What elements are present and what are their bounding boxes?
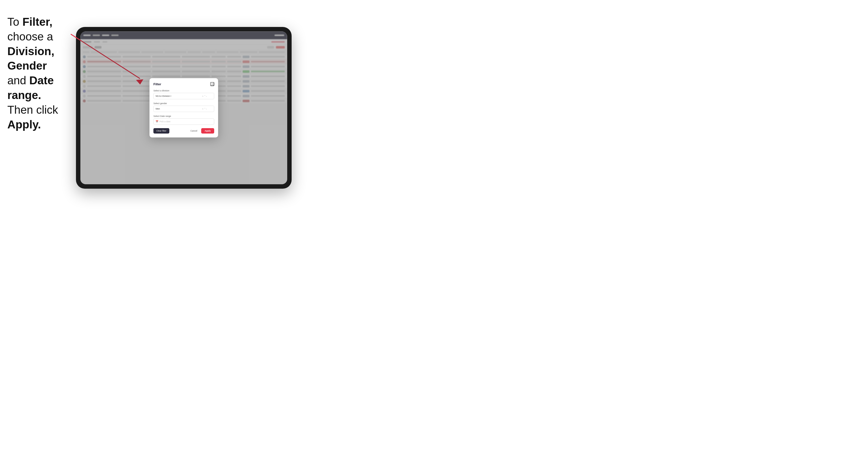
instruction-bold2: Division, Gender bbox=[7, 45, 54, 72]
modal-overlay: Filter × Select a division NCAA Division… bbox=[81, 31, 287, 184]
division-select[interactable]: NCAA Division I × ⌃⌄ bbox=[153, 93, 214, 99]
division-form-group: Select a division NCAA Division I × ⌃⌄ bbox=[153, 89, 214, 99]
gender-value: Men bbox=[156, 107, 160, 110]
instruction-line4: Then click Apply. bbox=[7, 103, 58, 131]
date-placeholder: Pick a date bbox=[159, 120, 170, 123]
division-label: Select a division bbox=[153, 89, 214, 92]
calendar-icon: 📅 bbox=[156, 120, 158, 123]
filter-modal: Filter × Select a division NCAA Division… bbox=[150, 78, 218, 137]
gender-label: Select gender bbox=[153, 102, 214, 105]
date-range-input[interactable]: 📅 Pick a date bbox=[153, 118, 214, 125]
division-select-wrapper: NCAA Division I × ⌃⌄ bbox=[153, 93, 214, 99]
tablet-frame: Filter × Select a division NCAA Division… bbox=[76, 27, 291, 189]
gender-clear-icon[interactable]: × bbox=[202, 108, 204, 110]
modal-close-button[interactable]: × bbox=[210, 82, 214, 86]
gender-select-wrapper: Men × ⌃⌄ bbox=[153, 105, 214, 112]
division-value: NCAA Division I bbox=[156, 95, 171, 97]
instruction-line1: To Filter, choose a bbox=[7, 15, 53, 43]
instruction-line3: and Date range. bbox=[7, 74, 54, 101]
footer-right-buttons: Cancel Apply bbox=[188, 128, 214, 133]
modal-title: Filter bbox=[153, 82, 161, 86]
modal-header: Filter × bbox=[153, 82, 214, 86]
gender-select-icons: × ⌃⌄ bbox=[202, 108, 207, 110]
division-clear-icon[interactable]: × bbox=[202, 95, 204, 97]
tablet-screen: Filter × Select a division NCAA Division… bbox=[81, 31, 287, 184]
division-arrow-icon[interactable]: ⌃⌄ bbox=[204, 95, 207, 97]
division-select-icons: × ⌃⌄ bbox=[202, 95, 207, 97]
apply-button[interactable]: Apply bbox=[201, 128, 214, 133]
cancel-button[interactable]: Cancel bbox=[188, 128, 199, 133]
date-label: Select Date range bbox=[153, 115, 214, 117]
date-form-group: Select Date range 📅 Pick a date bbox=[153, 115, 214, 125]
gender-arrow-icon[interactable]: ⌃⌄ bbox=[204, 108, 207, 110]
instruction-text: To Filter, choose a Division, Gender and… bbox=[7, 15, 79, 132]
gender-select[interactable]: Men × ⌃⌄ bbox=[153, 105, 214, 112]
gender-form-group: Select gender Men × ⌃⌄ bbox=[153, 102, 214, 112]
modal-footer: Clear filter Cancel Apply bbox=[153, 128, 214, 133]
clear-filter-button[interactable]: Clear filter bbox=[153, 128, 169, 133]
